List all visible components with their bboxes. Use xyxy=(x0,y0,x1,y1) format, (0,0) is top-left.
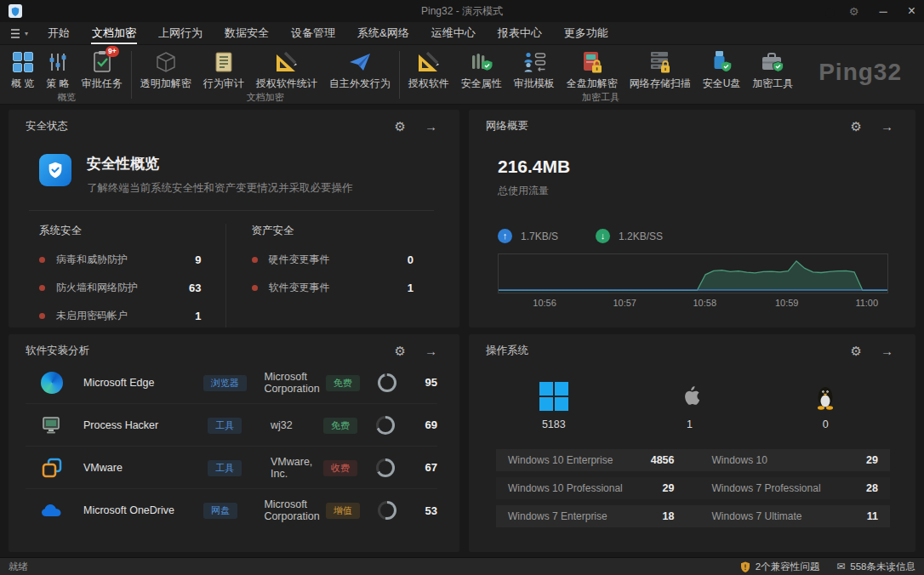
vmware-icon xyxy=(39,457,65,479)
total-traffic-label: 总使用流量 xyxy=(498,184,893,198)
sliders-icon xyxy=(47,49,69,74)
unread-messages[interactable]: ✉ 558条未读信息 xyxy=(836,561,915,573)
ribbon-group-encryption-tools: 授权软件 安全属性 审批模板 xyxy=(402,47,800,104)
os-table-row: Windows 10 Enterprise4856 Windows 1029 xyxy=(496,449,890,471)
usb-shield-icon xyxy=(712,49,732,74)
os-version-table: Windows 10 Enterprise4856 Windows 1029 W… xyxy=(496,449,890,527)
network-traffic-chart: 10:5610:5710:5810:5911:00 xyxy=(498,253,888,313)
category-badge: 工具 xyxy=(208,418,242,434)
app-logo-icon xyxy=(9,4,22,18)
panel-operating-systems: 操作系统 ⚙ → 5183 1 xyxy=(469,334,915,552)
settings-icon[interactable]: ⚙ xyxy=(849,6,859,17)
menu-list-icon[interactable]: ▾ xyxy=(7,28,37,39)
panel-title: 网络概要 xyxy=(486,119,528,134)
apple-logo-icon xyxy=(677,379,703,411)
ribbon-item-approval-tasks[interactable]: 9+ 审批任务 xyxy=(76,47,128,91)
price-badge: 免费 xyxy=(326,375,360,391)
menu-tab-system-network[interactable]: 系统&网络 xyxy=(346,23,420,44)
windows-logo-icon xyxy=(539,382,568,411)
menu-tab-ops-center[interactable]: 运维中心 xyxy=(420,23,487,44)
section-title: 系统安全 xyxy=(39,224,225,238)
window-title: Ping32 - 演示模式 xyxy=(421,4,503,19)
ribbon-item-outgoing-behavior[interactable]: 自主外发行为 xyxy=(323,47,396,91)
close-button[interactable]: × xyxy=(908,4,915,18)
ruler-pencil-icon xyxy=(275,49,298,74)
panel-settings-icon[interactable]: ⚙ xyxy=(395,120,406,133)
onedrive-icon xyxy=(39,503,65,518)
os-windows: 5183 xyxy=(486,379,622,430)
menu-tab-more-features[interactable]: 更多功能 xyxy=(553,23,619,44)
status-bar: 就绪 2个兼容性问题 ✉ 558条未读信息 xyxy=(0,557,924,575)
menu-tab-doc-encryption[interactable]: 文档加密 xyxy=(81,23,147,44)
security-shield-icon xyxy=(39,154,71,186)
category-badge: 浏览器 xyxy=(203,375,247,391)
ribbon-item-secure-usb[interactable]: 安全U盘 xyxy=(697,47,747,91)
panel-settings-icon[interactable]: ⚙ xyxy=(851,344,862,357)
menu-tab-web-behavior[interactable]: 上网行为 xyxy=(147,23,214,44)
process-hacker-icon xyxy=(39,414,65,436)
ribbon-item-encryption-toolbox[interactable]: 加密工具 xyxy=(746,47,799,91)
download-arrow-icon: ↓ xyxy=(596,229,610,243)
ribbon-group-label: 加密工具 xyxy=(402,91,800,104)
cube-icon xyxy=(155,49,177,74)
panel-open-arrow-icon[interactable]: → xyxy=(881,344,893,357)
ping32-logo: Ping32 xyxy=(818,59,902,86)
security-overview-subtitle: 了解终端当前系统安全性和资产变更情况并采取必要操作 xyxy=(87,181,353,196)
panel-settings-icon[interactable]: ⚙ xyxy=(851,120,862,133)
ribbon-item-security-attributes[interactable]: 安全属性 xyxy=(455,47,508,91)
chart-x-label: 10:57 xyxy=(613,298,636,308)
ribbon-item-policy[interactable]: 策 略 xyxy=(40,47,75,91)
ribbon-separator xyxy=(131,51,132,99)
ribbon-item-licensed-software-stats[interactable]: 授权软件统计 xyxy=(250,47,323,91)
toolbox-shield-icon xyxy=(761,49,784,74)
menu-tab-report-center[interactable]: 报表中心 xyxy=(487,23,553,44)
status-dot xyxy=(39,313,45,319)
menu-tab-start[interactable]: 开始 xyxy=(37,23,81,44)
ribbon-item-transparent-encryption[interactable]: 透明加解密 xyxy=(134,47,197,91)
section-title: 资产安全 xyxy=(252,224,438,238)
compatibility-issues[interactable]: 2个兼容性问题 xyxy=(740,561,819,573)
software-row-process-hacker[interactable]: Process Hacker 工具 wj32 免费 69 xyxy=(26,404,437,447)
ribbon-group-doc-encryption: 透明加解密 行为审计 授权软件统计 xyxy=(134,47,396,104)
os-linux: 0 xyxy=(757,379,893,430)
app-window: Ping32 - 演示模式 ⚙ ─ × ▾ 开始 文档加密 上网行为 数据安全 … xyxy=(0,0,924,575)
mail-icon: ✉ xyxy=(836,561,845,572)
fence-shield-icon xyxy=(471,49,493,74)
warning-shield-icon xyxy=(740,561,750,572)
total-traffic-value: 216.4MB xyxy=(498,157,893,177)
software-row-onedrive[interactable]: Microsoft OneDrive 网盘 Microsoft Corporat… xyxy=(26,489,437,532)
score-ring xyxy=(378,501,396,520)
panel-software-analysis: 软件安装分析 ⚙ → Microsoft Edge 浏览器 Microsoft … xyxy=(9,334,459,552)
title-bar: Ping32 - 演示模式 ⚙ ─ × xyxy=(0,0,924,22)
ribbon-item-behavior-audit[interactable]: 行为审计 xyxy=(197,47,250,91)
ribbon-group-label: 文档加密 xyxy=(134,91,396,104)
paper-plane-icon xyxy=(348,49,372,74)
ribbon-item-approval-templates[interactable]: 审批模板 xyxy=(508,47,561,91)
panel-network-summary: 网络概要 ⚙ → 216.4MB 总使用流量 ↑ 1.7KB/S ↓ 1.2KB… xyxy=(469,110,915,327)
panel-open-arrow-icon[interactable]: → xyxy=(425,120,437,133)
menu-tab-data-security[interactable]: 数据安全 xyxy=(214,23,280,44)
panel-title: 软件安装分析 xyxy=(26,344,89,358)
menu-tab-device-management[interactable]: 设备管理 xyxy=(280,23,346,44)
ribbon-item-licensed-software[interactable]: 授权软件 xyxy=(402,47,455,91)
divider xyxy=(29,210,434,211)
overview-grid-icon xyxy=(13,49,33,74)
windows-count: 5183 xyxy=(542,418,566,430)
ribbon-item-full-disk-encryption[interactable]: 全盘加解密 xyxy=(561,47,624,91)
minimize-button[interactable]: ─ xyxy=(879,6,887,17)
stat-software-change: 软件变更事件 1 xyxy=(252,281,438,295)
chart-x-axis: 10:5610:5710:5810:5911:00 xyxy=(498,298,888,313)
status-dot xyxy=(252,285,258,291)
panel-open-arrow-icon[interactable]: → xyxy=(425,344,437,357)
panel-security-status: 安全状态 ⚙ → 安全性概览 了解终端当前系统安全性和资产变更情况并采取必要操作 xyxy=(9,110,459,327)
status-dot xyxy=(39,257,45,263)
category-badge: 网盘 xyxy=(203,503,237,519)
price-badge: 免费 xyxy=(323,418,357,434)
software-row-vmware[interactable]: VMware 工具 VMware, Inc. 收费 67 xyxy=(26,447,437,489)
audit-list-icon xyxy=(214,49,233,74)
ribbon-item-overview[interactable]: 概 览 xyxy=(5,47,40,91)
panel-settings-icon[interactable]: ⚙ xyxy=(395,344,406,357)
panel-open-arrow-icon[interactable]: → xyxy=(881,120,893,133)
ribbon-item-network-storage-scan[interactable]: 网络存储扫描 xyxy=(624,47,697,91)
software-row-edge[interactable]: Microsoft Edge 浏览器 Microsoft Corporation… xyxy=(26,362,437,404)
